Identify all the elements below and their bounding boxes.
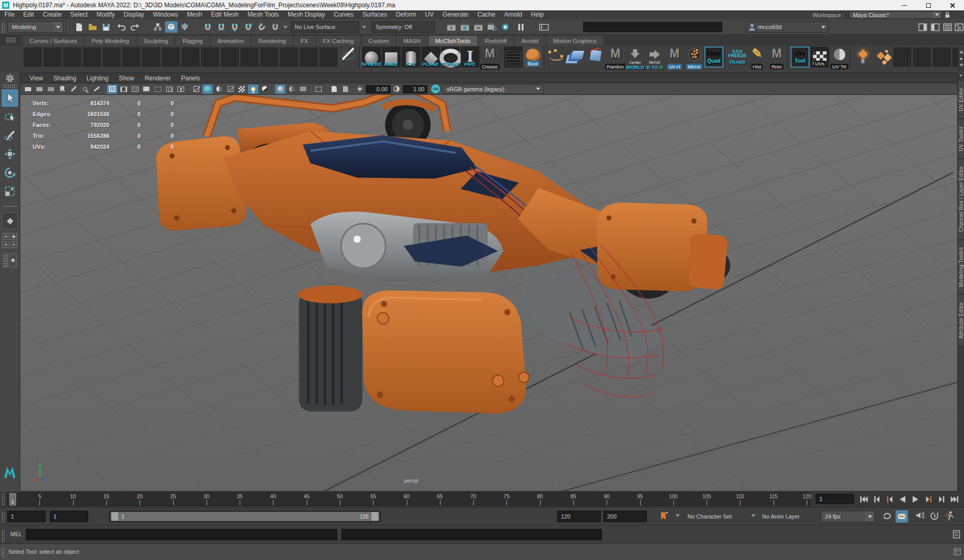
toggle-attribute-editor-button[interactable] xyxy=(916,21,929,33)
shelf-button[interactable] xyxy=(43,47,62,67)
viewport-3d-canvas[interactable]: Verts: 814374 0 0 Edges: 1601536 0 0 Fac… xyxy=(20,95,957,491)
shelf-button[interactable]: MOVE B TO A xyxy=(645,47,664,71)
shelf-button[interactable] xyxy=(913,47,931,67)
go-to-end-button[interactable] xyxy=(948,493,961,506)
sidebar-tab[interactable]: UV Editor xyxy=(958,81,964,118)
wireframe-mode-icon[interactable] xyxy=(191,85,201,94)
sidebar-tab[interactable]: Channel Box / Layer Editor xyxy=(958,159,964,239)
playback-start-field[interactable]: 1 xyxy=(50,511,88,522)
isolate-select-icon[interactable] xyxy=(313,85,324,94)
command-language-toggle[interactable]: MEL xyxy=(10,531,22,537)
shelf-button[interactable]: Randon xyxy=(606,47,625,71)
joints-xray-icon[interactable] xyxy=(340,85,351,94)
select-camera-icon[interactable] xyxy=(23,85,33,94)
make-live-button[interactable] xyxy=(269,21,281,33)
shelf-tab[interactable]: Animation xyxy=(211,36,251,46)
shelf-button[interactable] xyxy=(932,47,951,67)
character-set-caret[interactable] xyxy=(676,514,680,519)
workspace-dropdown[interactable]: Maya Classic* xyxy=(849,11,942,19)
drag-handle[interactable] xyxy=(1,529,5,542)
color-management-toggle[interactable]: ON xyxy=(431,85,440,93)
viewport-menu-item[interactable]: Lighting xyxy=(81,73,114,83)
shelf-button[interactable] xyxy=(161,47,180,67)
field-chart-icon[interactable] xyxy=(153,85,163,94)
shelf-button[interactable] xyxy=(850,47,852,68)
menu-item[interactable]: Arnold xyxy=(500,10,527,19)
shelf-button[interactable]: PIPE xyxy=(461,47,479,67)
shelf-button[interactable] xyxy=(181,47,200,67)
shelf-tab[interactable]: FX Caching xyxy=(316,36,361,46)
sidebar-tab[interactable]: Modeling Toolkit xyxy=(958,241,964,293)
move-tool-button[interactable] xyxy=(2,145,18,163)
character-set-dropdown[interactable]: No Character Set xyxy=(684,511,747,522)
textured-mode-icon[interactable] xyxy=(214,85,224,94)
shelf-scrollbar[interactable] xyxy=(958,47,964,71)
anim-layer-caret[interactable] xyxy=(751,514,755,519)
menu-item[interactable]: Edit xyxy=(19,10,38,19)
toggle-tool-settings-button[interactable] xyxy=(929,21,941,33)
drag-handle[interactable] xyxy=(1,22,5,34)
menu-item[interactable]: Help xyxy=(527,10,548,19)
exposure-field[interactable]: 0.00 xyxy=(366,85,391,93)
shelf-button[interactable] xyxy=(544,47,545,68)
lock-icon[interactable] xyxy=(944,11,951,19)
lock-camera-icon[interactable] xyxy=(34,85,45,94)
render-current-frame-button[interactable] xyxy=(445,21,458,33)
menu-item[interactable]: Cache xyxy=(473,10,500,19)
view-transform-dropdown[interactable]: sRGB gamma (legacy) xyxy=(442,85,544,94)
viewport-menu-item[interactable]: Renderer xyxy=(140,73,176,83)
undo-button[interactable] xyxy=(115,21,128,33)
lasso-tool-button[interactable] xyxy=(2,108,18,125)
playback-end-field[interactable]: 120 xyxy=(557,511,601,522)
shelf-button[interactable] xyxy=(788,47,789,68)
save-scene-button[interactable] xyxy=(100,21,112,33)
shelf-tab[interactable]: Motion Graphics xyxy=(546,36,603,46)
shelf-button[interactable]: Bool xyxy=(524,47,542,67)
snap-to-curve-button[interactable] xyxy=(215,21,227,33)
shelf-tab[interactable]: Curves / Surfaces xyxy=(23,36,84,46)
sound-icon[interactable] xyxy=(915,511,925,520)
menu-item[interactable]: Windows xyxy=(148,10,183,19)
menu-set-selector[interactable]: Modeling xyxy=(7,21,63,33)
shelf-button[interactable] xyxy=(221,47,239,67)
lighting-toggle-icon[interactable] xyxy=(248,85,258,94)
shadows-toggle-icon[interactable] xyxy=(259,85,270,94)
menu-item[interactable]: Surfaces xyxy=(358,10,391,19)
viewport-menu-item[interactable]: View xyxy=(24,73,48,83)
shelf-button[interactable] xyxy=(63,47,81,67)
live-surface-field[interactable]: No Live Surface xyxy=(291,21,359,33)
snap-to-grid-button[interactable] xyxy=(201,21,214,33)
shelf-button[interactable] xyxy=(319,47,338,67)
drag-handle[interactable] xyxy=(1,547,5,558)
shelf-button[interactable]: UVs xyxy=(810,47,829,67)
time-editor-mute-button[interactable] xyxy=(896,510,908,523)
shelf-tab[interactable]: Sculpting xyxy=(137,36,175,46)
drag-handle[interactable] xyxy=(1,512,5,523)
sidebar-tab[interactable]: Attribute Editor xyxy=(958,295,964,345)
menu-item[interactable]: Mesh Tools xyxy=(243,10,283,19)
toggle-outliner-button[interactable] xyxy=(953,21,964,33)
select-hierarchy-mode-button[interactable] xyxy=(152,21,164,33)
snap-to-point-button[interactable] xyxy=(228,21,241,33)
outliner-persp-layout-button[interactable] xyxy=(2,252,18,269)
shelf-button[interactable]: Circle Quad xyxy=(705,47,723,67)
gate-mask-icon[interactable] xyxy=(141,85,152,94)
anti-aliasing-icon[interactable] xyxy=(298,85,308,94)
xray-icon[interactable] xyxy=(329,85,339,94)
fps-dropdown[interactable]: 24 fps xyxy=(821,511,875,522)
gamma-field[interactable]: 1.00 xyxy=(403,85,428,93)
shelf-button[interactable] xyxy=(501,47,502,68)
step-back-key-button[interactable] xyxy=(883,493,896,506)
film-gate-icon[interactable] xyxy=(118,85,129,94)
shelf-button[interactable]: CYL xyxy=(402,47,420,67)
timeline-ruler[interactable]: 5101520253035404550556065707580859095100… xyxy=(7,493,810,506)
new-scene-button[interactable] xyxy=(73,21,85,33)
animation-start-field[interactable]: 1 xyxy=(7,511,46,522)
scale-tool-button[interactable] xyxy=(2,183,18,200)
sidebar-collapse-icon[interactable] xyxy=(959,75,962,78)
shelf-button[interactable]: UV TK xyxy=(830,47,849,71)
resolution-gate-icon[interactable] xyxy=(130,85,140,94)
shelf-tab[interactable]: Rigging xyxy=(176,36,210,46)
menu-item[interactable]: Generate xyxy=(438,10,473,19)
current-frame-indicator[interactable]: 1 xyxy=(9,493,16,506)
